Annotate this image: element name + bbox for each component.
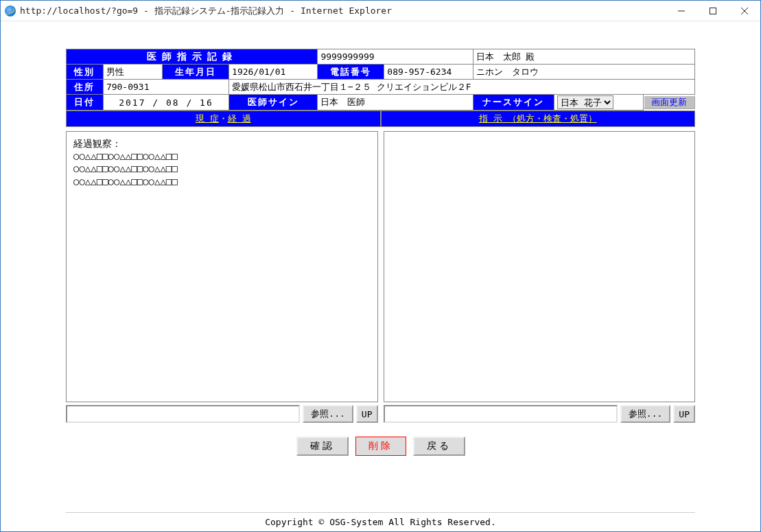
doctor-sign-label: 医師サイン (229, 95, 318, 111)
page-content: 医師指示記録 9999999999 日本 太郎 殿 性別 男性 生年月日 192… (1, 21, 760, 531)
progress-link[interactable]: 経 過 (228, 113, 251, 124)
section-headers: 現 症・経 過 指 示 （処方・検査・処置） (66, 111, 695, 127)
nurse-sign-cell: 日本 花子 (554, 95, 643, 111)
date-value[interactable]: 2017 / 08 / 16 (103, 95, 229, 111)
copyright-footer: Copyright © OSG-System All Rights Reserv… (66, 512, 695, 531)
app-window: http://localhost/?go=9 - 指示記録システム-指示記録入力… (0, 0, 761, 532)
patient-name: 日本 太郎 殿 (473, 49, 694, 65)
instruction-link[interactable]: 指 示 （処方・検査・処置） (479, 113, 597, 124)
record-title: 医師指示記録 (67, 49, 318, 65)
left-panel: 経過観察： ○○△△□□○○△△□□○○△△□□ ○○△△□□○○△△□□○○△… (66, 131, 378, 423)
refresh-cell: 画面更新 (643, 95, 694, 111)
svg-rect-1 (710, 8, 716, 14)
ie-icon (5, 5, 16, 16)
symptom-link[interactable]: 現 症 (196, 113, 219, 124)
doctor-sign-value: 日本 医師 (318, 95, 473, 111)
minimize-button[interactable] (666, 1, 697, 21)
right-textarea[interactable] (384, 131, 696, 402)
left-up-button[interactable]: UP (356, 405, 378, 423)
nurse-sign-select[interactable]: 日本 花子 (557, 95, 613, 109)
panels: 経過観察： ○○△△□□○○△△□□○○△△□□ ○○△△□□○○△△□□○○△… (66, 131, 695, 423)
refresh-button[interactable]: 画面更新 (644, 95, 695, 109)
dob-value: 1926/01/01 (229, 65, 318, 80)
back-button[interactable]: 戻る (413, 437, 465, 456)
patient-header: 医師指示記録 9999999999 日本 太郎 殿 性別 男性 生年月日 192… (66, 49, 695, 111)
address-value: 愛媛県松山市西石井一丁目１−２５ クリエイションビル２F (229, 80, 695, 95)
postal-code: 790-0931 (103, 80, 229, 95)
right-browse-button[interactable]: 参照... (620, 405, 670, 423)
left-textarea[interactable]: 経過観察： ○○△△□□○○△△□□○○△△□□ ○○△△□□○○△△□□○○△… (66, 131, 378, 402)
titlebar: http://localhost/?go=9 - 指示記録システム-指示記録入力… (1, 1, 760, 21)
window-controls (666, 1, 760, 21)
left-upload-row: 参照... UP (66, 405, 378, 423)
right-section-header: 指 示 （処方・検査・処置） (381, 111, 696, 127)
gender-value: 男性 (103, 65, 162, 80)
patient-kana: ニホン タロウ (473, 65, 694, 80)
left-file-field[interactable] (66, 405, 300, 423)
right-upload-row: 参照... UP (384, 405, 696, 423)
patient-id: 9999999999 (318, 49, 473, 65)
right-panel: 参照... UP (384, 131, 696, 423)
maximize-button[interactable] (697, 1, 729, 21)
left-section-header: 現 症・経 過 (66, 111, 381, 127)
left-browse-button[interactable]: 参照... (303, 405, 353, 423)
date-label: 日付 (67, 95, 104, 111)
delete-button[interactable]: 削除 (355, 437, 406, 456)
window-title: http://localhost/?go=9 - 指示記録システム-指示記録入力… (20, 5, 666, 17)
action-row: 確認 削除 戻る (66, 437, 695, 456)
gender-label: 性別 (67, 65, 104, 80)
confirm-button[interactable]: 確認 (296, 437, 349, 456)
nurse-sign-label: ナースサイン (473, 95, 554, 111)
phone-value: 089-957-6234 (384, 65, 473, 80)
dob-label: 生年月日 (163, 65, 229, 80)
address-label: 住所 (67, 80, 104, 95)
right-file-field[interactable] (384, 405, 618, 423)
close-button[interactable] (729, 1, 760, 21)
right-up-button[interactable]: UP (673, 405, 695, 423)
phone-label: 電話番号 (318, 65, 384, 80)
